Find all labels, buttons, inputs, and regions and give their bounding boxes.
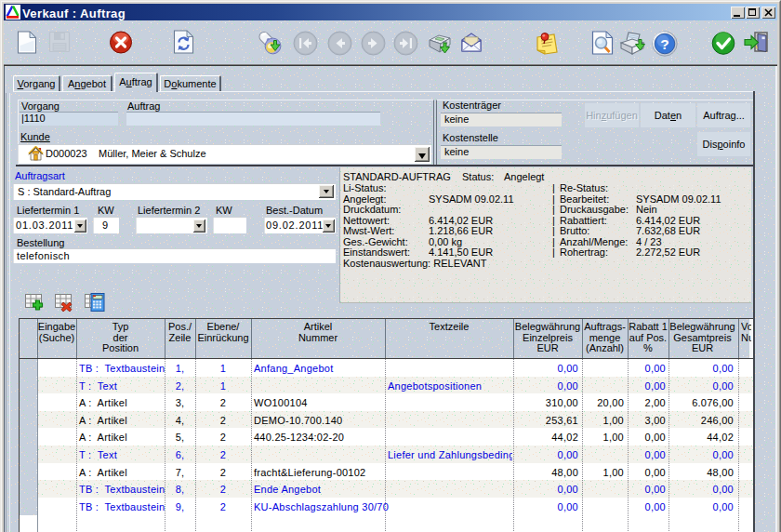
svg-text:?: ?: [660, 36, 668, 52]
